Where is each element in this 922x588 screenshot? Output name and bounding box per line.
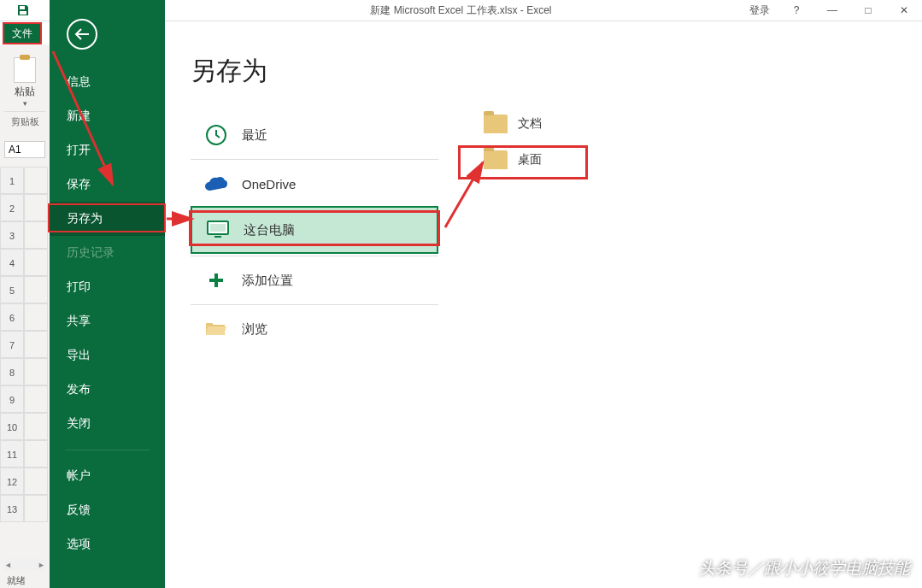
- cloud-icon: [203, 172, 230, 196]
- row-header[interactable]: 5: [0, 276, 24, 303]
- back-button[interactable]: [67, 19, 97, 50]
- folder-icon: [484, 150, 508, 169]
- location-onedrive[interactable]: OneDrive: [191, 162, 438, 206]
- folder-desktop[interactable]: 桌面: [470, 142, 598, 178]
- cell[interactable]: [24, 413, 48, 440]
- maximize-button[interactable]: □: [850, 0, 886, 21]
- name-box[interactable]: A1: [4, 141, 45, 158]
- paste-dropdown-icon[interactable]: ▾: [4, 99, 45, 108]
- paste-label[interactable]: 粘贴: [4, 85, 45, 99]
- row-header[interactable]: 7: [0, 331, 24, 358]
- nav-save[interactable]: 保存: [50, 168, 165, 202]
- paste-icon[interactable]: [14, 57, 36, 83]
- nav-share[interactable]: 共享: [50, 304, 165, 338]
- nav-open[interactable]: 打开: [50, 133, 165, 168]
- computer-icon: [204, 218, 232, 242]
- nav-history: 历史记录: [50, 236, 165, 270]
- row-header[interactable]: 10: [0, 413, 24, 440]
- folder-label: 文档: [518, 116, 542, 132]
- backstage-sidebar: 信息 新建 打开 保存 另存为 历史记录 打印 共享 导出 发布 关闭 帐户 反…: [50, 0, 165, 588]
- cell[interactable]: [24, 249, 48, 276]
- folder-label: 桌面: [518, 152, 542, 168]
- location-recent[interactable]: 最近: [191, 113, 438, 157]
- cell[interactable]: [24, 467, 48, 495]
- location-label: 最近: [242, 127, 267, 144]
- cell[interactable]: [24, 167, 48, 194]
- row-header[interactable]: 1: [0, 167, 24, 194]
- divider: [191, 256, 438, 256]
- row-header[interactable]: 8: [0, 358, 24, 385]
- location-label: 浏览: [242, 321, 267, 338]
- nav-publish[interactable]: 发布: [50, 373, 165, 407]
- location-label: 添加位置: [242, 273, 293, 289]
- clipboard-group-label: 剪贴板: [4, 111, 45, 128]
- row-header[interactable]: 4: [0, 249, 24, 276]
- cell[interactable]: [24, 358, 48, 385]
- status-bar: 就绪: [0, 573, 50, 588]
- horizontal-scrollbar[interactable]: ◄►: [4, 559, 45, 571]
- help-button[interactable]: ?: [778, 0, 814, 21]
- svg-rect-4: [210, 224, 226, 232]
- cell[interactable]: [24, 194, 48, 221]
- location-browse[interactable]: 浏览: [191, 307, 438, 351]
- row-header[interactable]: 9: [0, 385, 24, 413]
- plus-icon: [203, 268, 230, 292]
- nav-info[interactable]: 信息: [50, 65, 165, 99]
- minimize-button[interactable]: —: [814, 0, 850, 21]
- file-tab[interactable]: 文件: [4, 24, 40, 43]
- location-label: OneDrive: [242, 177, 296, 191]
- cell[interactable]: [24, 303, 48, 331]
- row-header[interactable]: 11: [0, 440, 24, 467]
- nav-close[interactable]: 关闭: [50, 407, 165, 441]
- window-title: 新建 Microsoft Excel 工作表.xlsx - Excel: [370, 3, 551, 18]
- nav-print[interactable]: 打印: [50, 270, 165, 304]
- nav-new[interactable]: 新建: [50, 99, 165, 133]
- folder-open-icon: [203, 317, 230, 341]
- cell[interactable]: [24, 331, 48, 358]
- folder-documents[interactable]: 文档: [470, 106, 598, 142]
- login-button[interactable]: 登录: [741, 0, 778, 21]
- cell[interactable]: [24, 276, 48, 303]
- nav-divider: [65, 450, 150, 450]
- svg-rect-0: [20, 6, 25, 9]
- nav-account[interactable]: 帐户: [50, 459, 165, 493]
- worksheet-grid: 12345678910111213: [0, 167, 50, 522]
- cell[interactable]: [24, 495, 48, 522]
- svg-rect-1: [20, 11, 26, 15]
- row-header[interactable]: 6: [0, 303, 24, 331]
- cell[interactable]: [24, 440, 48, 467]
- row-header[interactable]: 12: [0, 467, 24, 495]
- folder-list: 文档 桌面: [470, 106, 598, 178]
- quick-save-icon[interactable]: [17, 4, 29, 16]
- nav-save-as[interactable]: 另存为: [50, 202, 165, 236]
- excel-background-strip: 粘贴 ▾ 剪贴板 A1 12345678910111213 ◄► 就绪: [0, 44, 50, 588]
- close-window-button[interactable]: ✕: [886, 0, 922, 21]
- cell[interactable]: [24, 221, 48, 249]
- row-header[interactable]: 13: [0, 495, 24, 522]
- svg-rect-5: [214, 236, 221, 238]
- nav-feedback[interactable]: 反馈: [50, 493, 165, 527]
- row-header[interactable]: 3: [0, 221, 24, 249]
- location-label: 这台电脑: [244, 222, 295, 238]
- divider: [191, 304, 438, 305]
- divider: [191, 159, 438, 160]
- location-this-pc[interactable]: 这台电脑: [191, 206, 438, 254]
- row-header[interactable]: 2: [0, 194, 24, 221]
- nav-options[interactable]: 选项: [50, 527, 165, 562]
- cell[interactable]: [24, 385, 48, 413]
- nav-export[interactable]: 导出: [50, 338, 165, 373]
- location-add-place[interactable]: 添加位置: [191, 258, 438, 303]
- folder-icon: [484, 115, 508, 133]
- clock-icon: [203, 123, 230, 147]
- page-title: 另存为: [191, 54, 896, 89]
